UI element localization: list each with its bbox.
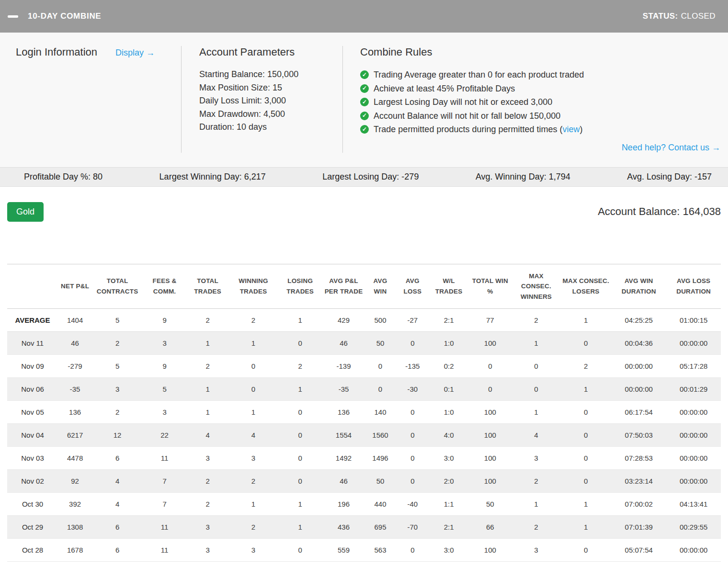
table-cell: 3 <box>186 539 229 562</box>
view-link[interactable]: view <box>563 125 580 134</box>
table-cell: 2 <box>186 355 229 378</box>
table-cell: 0 <box>396 539 430 562</box>
table-cell: -279 <box>58 355 92 378</box>
table-cell: 100 <box>468 447 512 470</box>
table-cell: 5 <box>143 378 186 401</box>
table-cell: 00:00:00 <box>666 332 721 355</box>
status-badge: STATUS:CLOSED <box>643 11 716 21</box>
combine-rules-section: Combine Rules ✓Trading Average greater t… <box>342 46 728 153</box>
table-cell: -30 <box>396 378 430 401</box>
account-parameter: Duration: 10 days <box>199 121 333 134</box>
stats-bar: Profitable Day %: 80Largest Winning Day:… <box>0 167 728 187</box>
table-cell: 0 <box>364 378 396 401</box>
table-row: Nov 114623110465001:01001000:04:3600:00:… <box>7 332 721 355</box>
display-link[interactable]: Display → <box>115 48 155 58</box>
table-cell: 3 <box>512 447 560 470</box>
table-cell: 4 <box>186 424 229 447</box>
table-cell: 3 <box>229 539 277 562</box>
status-label: STATUS: <box>643 11 678 21</box>
table-cell: 0 <box>278 424 323 447</box>
table-cell: 1 <box>278 378 323 401</box>
table-cell: 100 <box>468 539 512 562</box>
row-label: Oct 28 <box>7 539 58 562</box>
table-cell: 2 <box>560 355 611 378</box>
combine-rule-text: Achieve at least 45% Profitable Days <box>374 82 515 96</box>
check-icon: ✓ <box>360 70 369 79</box>
table-cell: 9 <box>143 309 186 332</box>
minimize-icon[interactable] <box>8 15 18 18</box>
table-cell: 0 <box>396 447 430 470</box>
table-cell: 1404 <box>58 309 92 332</box>
table-cell: -135 <box>396 355 430 378</box>
table-cell: 0 <box>396 332 430 355</box>
table-cell: 1 <box>229 401 277 424</box>
table-cell: 00:00:00 <box>611 355 666 378</box>
combine-rule: ✓Account Balance will not hit or fall be… <box>360 109 720 123</box>
combine-dashboard: 10-DAY COMBINE STATUS:CLOSED Login Infor… <box>0 0 728 578</box>
table-cell: 695 <box>364 516 396 539</box>
table-cell: 0 <box>512 378 560 401</box>
login-information-section: Login Information Display → <box>0 46 181 153</box>
table-cell: 0 <box>512 355 560 378</box>
table-cell: 5 <box>92 309 143 332</box>
table-header: NET P&LTOTAL CONTRACTSFEES & COMM.TOTAL … <box>7 264 721 309</box>
table-cell: 3:0 <box>429 447 468 470</box>
account-parameters-title: Account Parameters <box>199 46 333 58</box>
table-cell: 1 <box>512 332 560 355</box>
column-header: W/L TRADES <box>429 264 468 309</box>
column-header: FEES & COMM. <box>143 264 186 309</box>
table-cell: 50 <box>364 470 396 493</box>
column-header <box>7 264 58 309</box>
table-cell: 0 <box>278 447 323 470</box>
table-cell: 05:17:28 <box>666 355 721 378</box>
combine-rule-text: Largest Losing Day will not hit or excee… <box>374 95 552 109</box>
row-label: Nov 04 <box>7 424 58 447</box>
table-cell: 1496 <box>364 447 396 470</box>
table-cell: 4 <box>512 424 560 447</box>
table-cell: 11 <box>143 447 186 470</box>
table-cell: 3 <box>92 378 143 401</box>
gold-product-button[interactable]: Gold <box>7 202 44 222</box>
table-cell: 12 <box>92 424 143 447</box>
table-cell: 100 <box>468 401 512 424</box>
table-cell: 2 <box>186 309 229 332</box>
table-cell: 2 <box>186 493 229 516</box>
table-cell: 1 <box>186 378 229 401</box>
table-cell: 9 <box>143 355 186 378</box>
account-parameters-list: Starting Balance: 150,000Max Position Si… <box>199 68 333 134</box>
table-cell: 0 <box>468 355 512 378</box>
table-cell: 00:00:00 <box>666 539 721 562</box>
table-cell: 1 <box>560 516 611 539</box>
table-row: Oct 3039247211196440-401:1501107:00:0204… <box>7 493 721 516</box>
column-header: WINNING TRADES <box>229 264 277 309</box>
account-parameters-section: Account Parameters Starting Balance: 150… <box>181 46 342 153</box>
column-header: LOSING TRADES <box>278 264 323 309</box>
stat-item: Profitable Day %: 80 <box>24 172 102 182</box>
table-cell: 0:2 <box>429 355 468 378</box>
table-cell: 100 <box>468 332 512 355</box>
status-value: CLOSED <box>681 11 716 21</box>
combine-rule-text: Account Balance will not hit or fall bel… <box>374 109 560 123</box>
table-cell: 1 <box>229 493 277 516</box>
table-cell: 00:00:00 <box>666 470 721 493</box>
help-row: Need help? Contact us → <box>360 143 720 153</box>
table-cell: 1 <box>278 493 323 516</box>
check-icon: ✓ <box>360 125 369 134</box>
row-label: Nov 02 <box>7 470 58 493</box>
table-cell: 0 <box>229 355 277 378</box>
table-cell: 1 <box>278 516 323 539</box>
table-cell: 1 <box>278 309 323 332</box>
table-cell: 3:0 <box>429 539 468 562</box>
column-header: TOTAL CONTRACTS <box>92 264 143 309</box>
table-cell: 77 <box>468 309 512 332</box>
table-cell: 2:0 <box>429 470 468 493</box>
table-cell: 392 <box>58 493 92 516</box>
table-cell: 136 <box>323 401 365 424</box>
table-cell: -139 <box>323 355 365 378</box>
table-cell: 1492 <box>323 447 365 470</box>
contact-us-link[interactable]: Need help? Contact us → <box>622 143 720 152</box>
table-cell: 5 <box>92 355 143 378</box>
table-cell: 6 <box>92 516 143 539</box>
table-cell: 00:04:36 <box>611 332 666 355</box>
row-label: AVERAGE <box>7 309 58 332</box>
